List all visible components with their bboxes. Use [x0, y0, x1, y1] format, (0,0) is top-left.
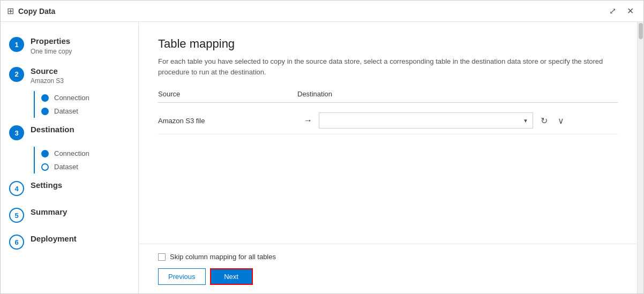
skip-mapping-row: Skip column mapping for all tables: [158, 253, 618, 261]
step-1-info: Properties One time copy: [31, 36, 72, 55]
step-2-dataset-label: Dataset: [54, 107, 78, 115]
step-2-dataset-dot: [41, 108, 49, 115]
step-2-title: Source: [31, 66, 64, 77]
sidebar-step-5[interactable]: 5 Summary: [1, 201, 138, 228]
next-button[interactable]: Next: [210, 268, 253, 285]
mapping-source-cell: Amazon S3 file: [158, 117, 297, 125]
title-bar-actions: ⤢ ✕: [606, 6, 637, 17]
mapping-row: Amazon S3 file → ▼ ↻ ∨: [158, 107, 618, 134]
step-6-title: Deployment: [31, 233, 77, 244]
dest-col-header: Destination: [297, 90, 332, 98]
content-area: 1 Properties One time copy 2 Source Amaz…: [1, 22, 643, 293]
refresh-icon[interactable]: ↻: [537, 114, 550, 127]
step-3-info: Destination: [31, 124, 74, 135]
copy-data-icon: ⊞: [7, 6, 14, 16]
step-3-connection-dot: [41, 150, 49, 157]
page-body: Table mapping For each table you have se…: [139, 22, 637, 244]
step-2-connection[interactable]: Connection: [41, 91, 138, 104]
step-2-connection-dot: [41, 94, 49, 102]
step-1-title: Properties: [31, 36, 72, 47]
step-5-circle: 5: [9, 208, 24, 223]
step-3-circle: 3: [9, 125, 24, 140]
step-3-dataset-label: Dataset: [54, 163, 78, 171]
close-window-button[interactable]: ✕: [624, 6, 637, 17]
source-col-header: Source: [158, 90, 297, 98]
step-2-subtitle: Amazon S3: [31, 77, 64, 85]
step-6-circle: 6: [9, 235, 24, 250]
page-description: For each table you have selected to copy…: [158, 56, 618, 77]
step-2-info: Source Amazon S3: [31, 66, 64, 85]
step-3-dataset-dot: [41, 163, 49, 171]
bottom-area: Skip column mapping for all tables Previ…: [139, 244, 637, 293]
step-2-dataset[interactable]: Dataset: [41, 104, 138, 118]
step-1-subtitle: One time copy: [31, 48, 72, 55]
skip-mapping-checkbox[interactable]: [158, 253, 166, 261]
title-bar: ⊞ Copy Data ⤢ ✕: [1, 1, 643, 22]
step-4-circle: 4: [9, 181, 24, 196]
step-6-info: Deployment: [31, 233, 77, 244]
step-3-connection-label: Connection: [54, 149, 89, 157]
step-3-subitems: Connection Dataset: [1, 147, 138, 174]
step-5-title: Summary: [31, 207, 67, 217]
button-row: Previous Next: [158, 268, 618, 285]
chevron-down-icon: ▼: [523, 118, 528, 124]
step-4-title: Settings: [31, 180, 62, 191]
window-title: Copy Data: [18, 7, 606, 16]
destination-dropdown[interactable]: ▼: [319, 112, 533, 129]
sidebar-step-1[interactable]: 1 Properties One time copy: [1, 31, 138, 61]
step-2-connector: Connection Dataset: [31, 91, 138, 118]
sidebar-step-6[interactable]: 6 Deployment: [1, 228, 138, 255]
copy-data-window: ⊞ Copy Data ⤢ ✕ 1 Properties One time co…: [0, 0, 644, 294]
page-title: Table mapping: [158, 37, 618, 51]
scrollbar-thumb[interactable]: [639, 23, 643, 39]
scrollbar-track[interactable]: [637, 22, 643, 293]
step-2-circle: 2: [9, 67, 24, 82]
step-2-subitems: Connection Dataset: [1, 91, 138, 118]
source-file-label: Amazon S3 file: [158, 117, 205, 125]
step-4-info: Settings: [31, 180, 62, 191]
step-3-connector: Connection Dataset: [31, 147, 138, 174]
step-3-title: Destination: [31, 124, 74, 135]
mapping-header: Source Destination: [158, 90, 618, 103]
previous-button[interactable]: Previous: [158, 268, 206, 285]
sidebar-step-4[interactable]: 4 Settings: [1, 175, 138, 201]
expand-window-button[interactable]: ⤢: [606, 6, 619, 17]
main-content: Table mapping For each table you have se…: [139, 22, 637, 293]
arrow-icon: →: [304, 116, 312, 125]
expand-icon[interactable]: ∨: [555, 114, 567, 127]
step-3-connection[interactable]: Connection: [41, 147, 138, 160]
sidebar-step-2[interactable]: 2 Source Amazon S3: [1, 61, 138, 91]
sidebar: 1 Properties One time copy 2 Source Amaz…: [1, 22, 139, 293]
skip-mapping-label: Skip column mapping for all tables: [170, 253, 276, 261]
step-3-dataset[interactable]: Dataset: [41, 160, 138, 174]
sidebar-step-3[interactable]: 3 Destination: [1, 119, 138, 146]
step-2-connection-label: Connection: [54, 94, 89, 102]
step-5-info: Summary: [31, 207, 67, 217]
step-1-circle: 1: [9, 37, 24, 52]
mapping-dest-cell: ▼ ↻ ∨: [319, 112, 618, 129]
